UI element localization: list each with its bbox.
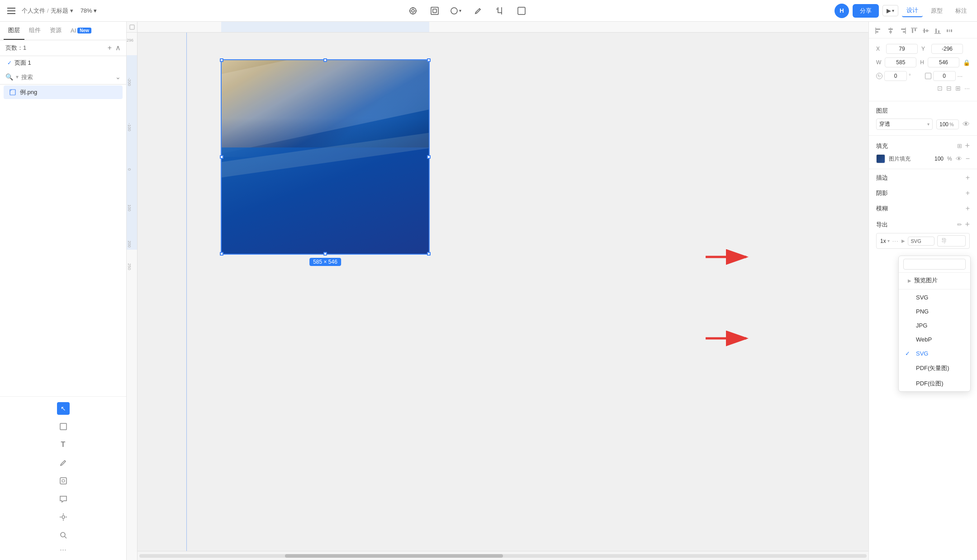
sidebar-tab-components[interactable]: 组件	[24, 22, 45, 40]
export-edit-icon[interactable]: ✏	[957, 221, 962, 228]
dropdown-item-svg-first[interactable]: ✓ SVG	[899, 290, 970, 304]
search-input[interactable]	[21, 74, 113, 81]
search-arrow[interactable]: ▾	[16, 74, 19, 80]
component-left-icon[interactable]	[57, 475, 70, 487]
comment-icon[interactable]	[57, 493, 70, 505]
menu-icon[interactable]	[5, 5, 18, 17]
more-tools-button[interactable]: ···	[4, 543, 123, 555]
canvas-image[interactable]	[221, 60, 429, 254]
align-left-icon[interactable]	[874, 26, 883, 35]
align-top-icon[interactable]	[910, 26, 919, 35]
share-button[interactable]: 分享	[853, 4, 879, 18]
rotation-input[interactable]	[884, 71, 907, 81]
shape-tool-icon[interactable]: ▾	[449, 4, 464, 18]
canvas-image-wrapper[interactable]: 585 × 546	[221, 60, 429, 254]
export-filename-input[interactable]: 导	[937, 235, 966, 247]
export-header-icons: ✏ +	[957, 220, 970, 229]
fill-add-icon[interactable]: +	[965, 141, 970, 151]
expand-horizontal-icon[interactable]: ⊡	[937, 85, 943, 92]
scale-chevron: ▾	[887, 238, 890, 243]
export-scale[interactable]: 1x ▾	[880, 238, 890, 244]
zoom-button[interactable]: 78% ▾	[77, 5, 100, 16]
dropdown-menu: ▶ 预览图片 ✓ SVG ✓ PNG ✓ JPG ✓ WebP ✓ SVG ✓ …	[898, 256, 971, 392]
y-input[interactable]	[931, 44, 963, 54]
export-format-select[interactable]: SVG	[908, 237, 934, 246]
blur-add-btn[interactable]: +	[966, 205, 970, 212]
fill-opacity-value[interactable]: 100	[934, 156, 944, 162]
scrollbar-thumb[interactable]	[285, 554, 503, 558]
dropdown-item-svg-first-check: ✓	[905, 294, 912, 301]
distribute-icon[interactable]	[945, 26, 954, 35]
shadow-add-btn[interactable]: +	[966, 190, 970, 197]
play-button[interactable]: ▶ ▾	[882, 5, 898, 16]
frame-tool-icon[interactable]	[427, 4, 442, 18]
w-input[interactable]	[885, 57, 916, 67]
dropdown-item-webp[interactable]: ✓ WebP	[899, 332, 970, 346]
opacity-input[interactable]: 100 %	[936, 119, 959, 129]
fill-eye-icon[interactable]: 👁	[956, 155, 962, 162]
fullscreen-icon[interactable]: ⊞	[955, 85, 961, 92]
sidebar-tab-assets[interactable]: 资源	[45, 22, 66, 40]
opacity-unit: %	[949, 122, 954, 127]
eye-icon[interactable]: 👁	[963, 120, 970, 128]
three-dots-prop[interactable]: ···	[964, 85, 970, 92]
target-tool-icon[interactable]	[406, 4, 420, 18]
dropdown-item-svg-selected[interactable]: ✓ SVG	[899, 346, 970, 361]
dropdown-item-png[interactable]: ✓ PNG	[899, 304, 970, 318]
fill-grid-icon[interactable]: ⊞	[957, 142, 962, 149]
dropdown-item-pdf-bitmap[interactable]: ✓ PDF(位图)	[899, 376, 970, 391]
svg-rect-27	[901, 28, 906, 30]
stroke-add-btn[interactable]: +	[966, 174, 970, 181]
breadcrumb-file[interactable]: 无标题 ▾	[51, 7, 73, 15]
align-bottom-icon[interactable]	[933, 26, 942, 35]
search-expand-icon[interactable]: ⌄	[115, 73, 121, 81]
blend-mode-select[interactable]: 穿透 ▾	[876, 119, 933, 130]
export-add-icon[interactable]: +	[965, 220, 970, 229]
export-arrow: ▶	[901, 238, 905, 243]
tab-prototype[interactable]: 原型	[926, 5, 947, 17]
svg-rect-39	[947, 29, 948, 32]
dropdown-preview-item[interactable]: ▶ 预览图片	[899, 273, 970, 288]
expand-vertical-icon[interactable]: ⊟	[946, 85, 952, 92]
breadcrumb-folder[interactable]: 个人文件	[22, 7, 45, 15]
dropdown-pdf-vector-check: ✓	[905, 365, 912, 372]
page-item-1[interactable]: ✓ 页面 1	[0, 56, 126, 70]
align-right-icon[interactable]	[898, 26, 907, 35]
rotation-icon[interactable]: ↻	[876, 73, 882, 79]
add-page-button[interactable]: +	[108, 44, 112, 52]
text-tool-left-icon[interactable]: T	[57, 438, 70, 451]
dropdown-search-input[interactable]	[903, 259, 966, 270]
ruler-corner[interactable]	[127, 22, 138, 33]
v-ruler-mark: -200	[127, 78, 132, 86]
h-input[interactable]	[928, 57, 959, 67]
align-center-v-icon[interactable]	[921, 26, 930, 35]
pen-left-icon[interactable]	[57, 456, 70, 469]
dropdown-item-jpg[interactable]: ✓ JPG	[899, 318, 970, 332]
fill-minus-icon[interactable]: −	[966, 155, 970, 163]
export-dots[interactable]: ···	[892, 237, 899, 244]
horizontal-scrollbar[interactable]	[138, 551, 868, 560]
collapse-pages-button[interactable]: ∧	[115, 44, 121, 52]
tab-mark[interactable]: 标注	[951, 5, 972, 17]
more-options-icon[interactable]: ···	[958, 72, 963, 80]
layer-item[interactable]: 例.png	[4, 85, 123, 99]
x-input[interactable]	[886, 44, 918, 54]
lock-aspect-icon[interactable]: 🔒	[963, 59, 970, 66]
corner-icon[interactable]	[925, 73, 931, 79]
component-tool-icon[interactable]	[514, 4, 529, 18]
canvas-area[interactable]: -100 0 79 200 300 400 500 600 664 800 90…	[127, 22, 868, 560]
move-tool-icon[interactable]: ↖	[57, 402, 70, 415]
search-left-icon[interactable]	[57, 529, 70, 541]
plugin-icon[interactable]	[57, 511, 70, 523]
align-center-h-icon[interactable]	[886, 26, 895, 35]
frame-left-icon[interactable]	[57, 420, 70, 433]
crop-tool-icon[interactable]	[493, 4, 507, 18]
sidebar-tab-ai[interactable]: AI New	[66, 22, 96, 40]
corner-input[interactable]	[933, 71, 956, 81]
dropdown-item-pdf-vector[interactable]: ✓ PDF(矢量图)	[899, 361, 970, 376]
stroke-title: 描边	[876, 174, 888, 182]
sidebar-tab-layers[interactable]: 图层	[4, 22, 24, 40]
pen-tool-icon[interactable]	[471, 4, 485, 18]
fill-preview[interactable]	[876, 154, 885, 163]
tab-design[interactable]: 设计	[902, 5, 923, 17]
